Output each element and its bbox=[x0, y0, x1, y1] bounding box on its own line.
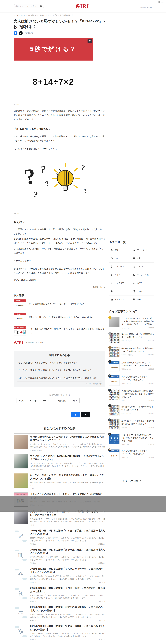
sidebar-category-fashion[interactable]: ファッション bbox=[132, 246, 154, 254]
sidebar-category-diet[interactable]: ダイエット bbox=[109, 296, 132, 304]
category-label: ライフスタイル bbox=[137, 274, 150, 276]
back-to-top-button[interactable]: ページトップへ戻る bbox=[109, 478, 154, 484]
sidebar-category-interior[interactable]: インテリア bbox=[109, 279, 132, 287]
facebook-share-button[interactable]: f bbox=[71, 412, 80, 418]
category-icon bbox=[110, 257, 113, 260]
rank-badge: 3 bbox=[108, 346, 111, 349]
ranking-article-date: 2025.2.22 bbox=[148, 354, 154, 356]
page: GIRL and powered by TRILL Menu トップ>クイズ>大… bbox=[0, 0, 166, 644]
share-row: f X 2025.2.20 bbox=[14, 31, 105, 35]
quiz-thumb-formula: 18÷3×6 bbox=[14, 316, 26, 322]
recommended-article-item[interactable]: 大人に似合う“この色”！【AMERICAN HOLIC】一点投入でサマ見え♡「グ… bbox=[14, 453, 105, 472]
answer-paragraph: わかりましたか？ bbox=[14, 259, 105, 263]
recommended-article-item[interactable]: 春の光を纏う大人のくすみ色メイク｜2025春新作コスメで叶える「透明感アイシャド… bbox=[14, 434, 105, 453]
ranking-item[interactable]: 9 マッチ棒を1本動かし2+8=9正しい計算式を作ろう 【脳トレ】マッチ棒1本を… bbox=[109, 432, 154, 448]
recommended-article-desc: シンプルな着こなしでも、アイテムのカラーや素材感によってグッとおしゃれな雰囲気に… bbox=[30, 462, 105, 468]
ranking-article-date: 2025.2.21 bbox=[148, 340, 154, 342]
recommended-article-item[interactable]: ♒ 2025年2月24日～3月2日の運勢「みずがめ座（水瓶座）」章月綾乃の【大人… bbox=[14, 604, 105, 623]
facebook-share-icon[interactable]: f bbox=[14, 31, 18, 35]
next-article-item[interactable]: ちょうど2Lをはかるには？ 【クイズ】有名企業の入社問題にチャレンジ！？「6Lと… bbox=[14, 324, 105, 338]
recommended-article-item[interactable]: ♏ 2025年2月24日～3月2日の運勢「さそり座（蠍座）」章月綾乃の【大人のた… bbox=[14, 546, 105, 566]
recommended-article-date: 2025.2.24 bbox=[99, 620, 105, 621]
keyword-tag[interactable]: #ポイント bbox=[41, 398, 54, 404]
sidebar-category-nail[interactable]: ネイル bbox=[132, 262, 154, 271]
sidebar-category-gourmet[interactable]: グルメ bbox=[132, 287, 154, 296]
keywords-list: #大人#スマホ#ポイント#優先順位#基本 bbox=[17, 398, 102, 405]
ranking-item[interactable]: 1 「バスもタクシーも見つからず、助けを求めた旅先の幼稚園。事情を説明すると園長… bbox=[109, 315, 154, 331]
recommended-article-item[interactable]: 母「それ一生使うんやぞ」 息子の選んだ裁縫セットに「最高か」「大人でもいい」と反… bbox=[14, 472, 105, 491]
recommended-article-desc: 2025春のメイクトレンドの主役は「ニュアンスカラー」。かつての華やかな発色重視… bbox=[30, 443, 105, 448]
rank-badge: 6 bbox=[108, 388, 111, 392]
category-icon bbox=[110, 265, 113, 268]
next-article-item[interactable]: 5秒で解ける？17−8÷(−4) マイナスの計算は気をつけて！「17−8÷(-4… bbox=[14, 298, 105, 311]
ranking-item[interactable]: 10 暗算できる？2727÷9 工夫して5秒で計算してみて！「2727÷9」→暗… bbox=[109, 448, 154, 462]
rank-badge: 5 bbox=[108, 374, 111, 378]
keyword-tag[interactable]: #基本 bbox=[70, 398, 79, 404]
sidebar-category-hair[interactable]: ヘア bbox=[109, 254, 132, 262]
keyword-tag[interactable]: #大人 bbox=[17, 398, 26, 404]
sidebar-category-home[interactable]: TOP bbox=[109, 246, 132, 254]
rank-badge: 8 bbox=[108, 418, 111, 422]
recommended-article-item[interactable]: ♊ 2025年2月24日～3月2日の運勢「ふたご座（双子座）」章月綾乃の【大人の… bbox=[14, 642, 105, 644]
sidebar-category-skincare[interactable]: スキンケア bbox=[109, 262, 132, 271]
article-intro: 通勤時間や、すきま時間に、算数クイズで頭の体操をしてみませんか？簡単そうに見えて… bbox=[14, 109, 105, 122]
menu-button[interactable]: Menu bbox=[158, 1, 164, 3]
matchstick-quiz-thumb: マッチ棒を1本動かし2+8=9正しい計算式を作ろう bbox=[109, 434, 119, 444]
recommended-article-source: All About bbox=[30, 582, 36, 583]
ranking-article-title: 「バスもタクシーも見つからず、助けを求めた旅先の幼稚園。事情を説明すると園長が『… bbox=[122, 317, 154, 326]
category-icon bbox=[110, 290, 113, 293]
category-label: メイク bbox=[115, 274, 120, 276]
site-logo[interactable]: GIRL and bbox=[75, 3, 91, 9]
recommended-article-desc: 2025年3月第1週の「さそり座（蠍座）」の運勢です。この時期どんなことが起こる… bbox=[30, 556, 105, 561]
recommended-article-item[interactable]: ♎ 2025年2月24日～3月2日の運勢「てんびん座（天秤座）」章月綾乃の【大人… bbox=[14, 566, 105, 584]
ranking-item[interactable]: 7 項項項項項項項項項項項項項項項項項項項項項項項項項項項項項項項項項項項項項項… bbox=[109, 403, 154, 418]
rank-badge: 7 bbox=[108, 404, 111, 407]
category-icon bbox=[110, 298, 113, 301]
hero-image: 5秒で解ける？ 8+14÷7×2 bbox=[14, 38, 93, 103]
x-share-icon[interactable]: X bbox=[19, 31, 23, 35]
next-articles-list: 5秒で解ける？17−8÷(−4) マイナスの計算は気をつけて！「17−8÷(-4… bbox=[14, 298, 105, 338]
sidebar-category-diagnosis[interactable]: 診断 bbox=[132, 296, 154, 304]
recommended-thumbnail: ♎ bbox=[14, 567, 28, 581]
ranking-item[interactable]: 8 延延延延延延延延延延延延延延延延延延延延延延延延延延延延延延延延延延延延延延… bbox=[109, 418, 154, 432]
more-articles-label: の記事をもっとみる bbox=[26, 342, 43, 344]
keyword-tag[interactable]: #スマホ bbox=[28, 398, 39, 404]
breadcrumb-home[interactable]: トップ bbox=[14, 14, 18, 16]
quiz-ranking-title: クイズ記事ランキング bbox=[109, 310, 154, 313]
recommended-article-source: fashion trend news bbox=[30, 468, 43, 470]
zodiac-illustration: ♒ bbox=[14, 605, 28, 620]
hamburger-icon bbox=[158, 1, 160, 3]
recommended-article-item[interactable]: ♑ 2025年2月24日～3月2日の運勢「やぎ座（山羊座）」章月綾乃の【大人のた… bbox=[14, 623, 105, 642]
sidebar-category-outing[interactable]: おでかけ bbox=[132, 279, 154, 287]
related-article-link[interactable]: 【クイズ】一流企業が入社問題にしている！？「9Lと5Lの容器で6L」をはかるには… bbox=[18, 367, 102, 374]
recommended-article-item[interactable]: ♓ 2025年2月24日～3月2日の運勢「うお座（魚座）」章月綾乃の【大人のため… bbox=[14, 585, 105, 604]
answer-paragraph: この問題のポイントは計算の順番です。正しい計算の順番は「掛け算・割り算」→「足し… bbox=[14, 227, 105, 236]
ranking-item[interactable]: 2 東東東東東東東東東東東東東東東東東東東東東東東東東東東東東東東東東東東東東東… bbox=[109, 331, 154, 345]
ranking-item[interactable]: 6 天天天天天天天天天天天天天天天天天天天天天天天天天天天天天天天天天天天天天天… bbox=[109, 388, 154, 404]
keyword-tag[interactable]: #優先順位 bbox=[56, 398, 68, 404]
x-share-button[interactable]: X bbox=[81, 412, 90, 418]
related-article-link[interactable]: 【クイズ】一流企業が入社問題にしている！？「9Lと5Lの容器で6L」をはかるには… bbox=[18, 374, 102, 382]
ranking-article-date: 2025.2.23 bbox=[148, 327, 154, 329]
sidebar-category-lifestyle[interactable]: ライフスタイル bbox=[132, 271, 154, 279]
next-article-item[interactable]: 3秒で解ける？18÷3×6 簡単そうに見えるけど、意外と難問かも！？「18÷3×… bbox=[14, 311, 105, 324]
related-article-link[interactable]: 大人でも解けない人が多いかも！？「16÷2-2×3」5秒で解ける？ bbox=[18, 359, 102, 367]
category-icon bbox=[110, 249, 113, 252]
more-articles-link[interactable]: GIRL and の記事をもっとみる bbox=[14, 339, 105, 346]
ranking-item[interactable]: 3 輪輪輪輪輪輪輪輪輪輪輪輪輪輪輪輪輪輪輪輪輪輪輪輪輪輪輪輪輪輪輪輪輪輪輪輪輪輪… bbox=[109, 345, 154, 359]
recommended-article-title: 2025年2月24日～3月2日の運勢「いて座（射手座）」章月綾乃の【大人のための… bbox=[30, 529, 105, 536]
recommended-article-item[interactable]: ♐ 2025年2月24日～3月2日の運勢「いて座（射手座）」章月綾乃の【大人のた… bbox=[14, 528, 105, 546]
original-article-link[interactable]: 元記事で読む bbox=[93, 286, 103, 288]
sidebar-category-love[interactable]: 恋愛 bbox=[132, 254, 154, 262]
next-article-thumbnail: ちょうど2Lをはかるには？ bbox=[14, 326, 26, 336]
zodiac-illustration: ♊ bbox=[14, 644, 28, 644]
sidebar-category-makeup[interactable]: メイク bbox=[109, 271, 132, 279]
ranking-item[interactable]: 4 正しく計算できる？4÷4÷4÷4 意外に間違える人が多いかも…？「4÷4÷4… bbox=[109, 359, 154, 374]
zodiac-illustration: ♑ bbox=[14, 624, 28, 638]
powered-by: powered by TRILL bbox=[140, 6, 154, 8]
breadcrumb-section[interactable]: クイズ bbox=[21, 14, 25, 16]
ranking-item[interactable]: 5 暗算できる？35×102 工夫して5秒で計算してみて！「35×102」→暗算… bbox=[109, 374, 154, 388]
sidebar-category-recipe[interactable]: レシピ bbox=[109, 287, 132, 296]
kanji-grid-thumb: 項項項項項項項項項項項項項項項項項項項項項項項項項項項項項項項項項項項項項項項項… bbox=[109, 405, 119, 416]
category-label: レシピ bbox=[115, 290, 120, 292]
